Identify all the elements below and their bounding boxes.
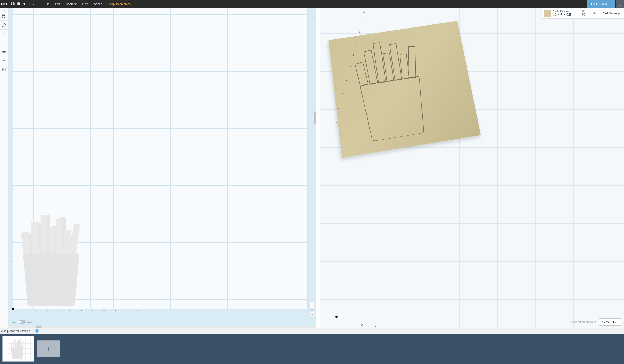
import-tool[interactable] bbox=[0, 65, 8, 74]
unit-toggle[interactable] bbox=[18, 320, 26, 324]
add-workpiece-button[interactable]: ＋ bbox=[37, 340, 60, 358]
svg-point-14 bbox=[4, 60, 5, 60]
svg-rect-31 bbox=[13, 341, 15, 348]
design-canvas[interactable]: 1 2 3 1 2 3 4 5 6 7 8 9 10 11 + − bbox=[8, 8, 316, 318]
chevron-down-icon[interactable]: ⌄ bbox=[32, 330, 34, 332]
left-toolbar: ︽ T bbox=[0, 8, 8, 328]
viewcube-button[interactable]: ^ < > v bbox=[616, 0, 624, 8]
menu-shop[interactable]: Shop Inventables bbox=[108, 2, 131, 6]
vertical-scrollbar[interactable] bbox=[314, 112, 316, 124]
collapse-left-icon[interactable]: « bbox=[317, 112, 318, 114]
unit-inch-label: inch bbox=[11, 320, 16, 324]
detailed-preview-label: Detailed preview bbox=[574, 320, 596, 324]
svg-rect-32 bbox=[15, 339, 16, 348]
x-tick: 5 bbox=[69, 309, 70, 312]
axis3d-btick: 1 bbox=[349, 321, 351, 323]
cut-settings-button[interactable]: Cut Settings bbox=[599, 8, 624, 18]
material-swatch[interactable] bbox=[544, 10, 551, 17]
carve-button[interactable]: PRO Carve... bbox=[587, 0, 615, 8]
bit-info[interactable]: Bit: 60° bbox=[578, 8, 590, 18]
axis3d-btick: 3 bbox=[374, 326, 376, 328]
svg-point-4 bbox=[3, 33, 4, 34]
svg-rect-25 bbox=[373, 43, 386, 83]
panel-splitter[interactable]: » ⋮ « bbox=[316, 8, 320, 328]
horizontal-scrollbar-track[interactable] bbox=[8, 326, 316, 328]
bit-label: Bit: bbox=[581, 10, 587, 13]
zoom-in-button[interactable]: + bbox=[310, 302, 314, 305]
drill-tool[interactable] bbox=[0, 30, 8, 38]
workpiece-thumbnail[interactable] bbox=[2, 336, 34, 362]
axis3d-tick: 9 bbox=[361, 20, 362, 23]
collapse-right-icon[interactable]: » bbox=[317, 23, 318, 25]
axis3d-tick: 2 bbox=[338, 107, 339, 110]
unit-mm-label: mm bbox=[27, 320, 32, 324]
svg-point-11 bbox=[4, 51, 5, 51]
design-shape-fries[interactable] bbox=[20, 211, 83, 306]
help-icon[interactable]: ? bbox=[35, 329, 39, 333]
chevron-down-icon[interactable]: ✔ bbox=[33, 3, 35, 5]
svg-point-1 bbox=[4, 14, 5, 16]
material-info[interactable]: Birch Plywood 12 × 8 × 0.5 in bbox=[553, 8, 578, 18]
workpieces-header[interactable]: Workpieces for “Untitled” ⌄ ? bbox=[0, 328, 624, 334]
splitter-grip-icon[interactable]: ⋮ bbox=[317, 67, 319, 69]
zoom-out-button[interactable]: − bbox=[310, 305, 314, 309]
pro-badge-small: PRO bbox=[591, 3, 597, 5]
y-tick: 3 bbox=[9, 260, 11, 263]
collapse-toolbar-icon[interactable]: ︽ bbox=[0, 8, 8, 12]
apps-tool[interactable] bbox=[0, 56, 8, 65]
check-icon: ✔ bbox=[571, 320, 573, 324]
text-tool[interactable]: T bbox=[0, 38, 8, 47]
svg-rect-34 bbox=[18, 340, 20, 348]
menu-admin[interactable]: Admin bbox=[94, 2, 102, 6]
svg-rect-27 bbox=[390, 44, 402, 80]
home-view-button[interactable]: ⌂ bbox=[310, 312, 314, 316]
plus-icon: ＋ bbox=[45, 344, 52, 354]
project-title-block[interactable]: Untitled ☆ ✔ bbox=[11, 1, 35, 7]
svg-rect-21 bbox=[63, 230, 71, 254]
axis3d-tick: 3 bbox=[342, 93, 343, 95]
workpieces-panel: Workpieces for “Untitled” ⌄ ? ＋ bbox=[0, 328, 624, 364]
shapes-tool[interactable] bbox=[0, 12, 8, 21]
x-tick: 3 bbox=[46, 309, 48, 312]
unit-bar: inch mm bbox=[8, 318, 316, 326]
menu-help[interactable]: Help bbox=[82, 2, 88, 6]
app-logo[interactable]: PRO bbox=[1, 0, 8, 8]
svg-marker-3 bbox=[4, 17, 5, 18]
svg-rect-30 bbox=[10, 343, 12, 348]
svg-rect-20 bbox=[56, 219, 63, 254]
pen-tool[interactable] bbox=[0, 21, 8, 30]
axis3d-tick: 8 bbox=[359, 30, 360, 33]
svg-marker-2 bbox=[2, 17, 3, 18]
project-title: Untitled bbox=[11, 1, 27, 7]
material-info-strip: Birch Plywood 12 × 8 × 0.5 in Bit: 60° +… bbox=[542, 8, 624, 19]
preview-panel[interactable]: 10 9 8 7 6 5 4 3 2 1 1 2 3 Birch Plywood… bbox=[320, 8, 624, 328]
material-board-3d bbox=[329, 21, 481, 158]
y-tick: 2 bbox=[9, 272, 11, 274]
simulate-button[interactable]: ◷ Simulate bbox=[599, 318, 622, 326]
x-tick: 1 bbox=[24, 309, 25, 312]
axis3d-tick: 5 bbox=[350, 66, 351, 68]
clock-icon: ◷ bbox=[602, 320, 605, 324]
cut-settings-label: Cut Settings bbox=[603, 11, 620, 15]
axis3d-tick: 1 bbox=[336, 122, 337, 125]
svg-rect-19 bbox=[49, 227, 55, 254]
menu-machine[interactable]: Machine bbox=[66, 2, 77, 6]
material-name: Birch Plywood bbox=[553, 10, 574, 13]
x-tick: 11 bbox=[137, 309, 139, 312]
axis3d-tick: 4 bbox=[346, 79, 347, 82]
svg-rect-29 bbox=[408, 46, 416, 78]
material-dimensions: 12 × 8 × 0.5 in bbox=[553, 13, 574, 17]
y-tick: 1 bbox=[9, 284, 11, 286]
svg-point-13 bbox=[3, 60, 4, 60]
x-axis: 1 2 3 4 5 6 7 8 9 10 11 bbox=[13, 309, 308, 312]
axis3d-tick: 6 bbox=[353, 54, 355, 56]
menu-edit[interactable]: Edit bbox=[55, 2, 60, 6]
menu-file[interactable]: File bbox=[45, 2, 50, 6]
star-icon[interactable]: ☆ bbox=[28, 2, 31, 6]
preview-controls: ✔ Detailed preview ◷ Simulate bbox=[571, 318, 622, 326]
horizontal-scrollbar[interactable] bbox=[35, 326, 42, 328]
icon-library-tool[interactable] bbox=[0, 47, 8, 56]
add-bit-button[interactable]: + bbox=[590, 8, 599, 18]
detailed-preview-toggle[interactable]: ✔ Detailed preview bbox=[571, 320, 596, 324]
workpieces-title: Workpieces for “Untitled” bbox=[1, 329, 31, 333]
